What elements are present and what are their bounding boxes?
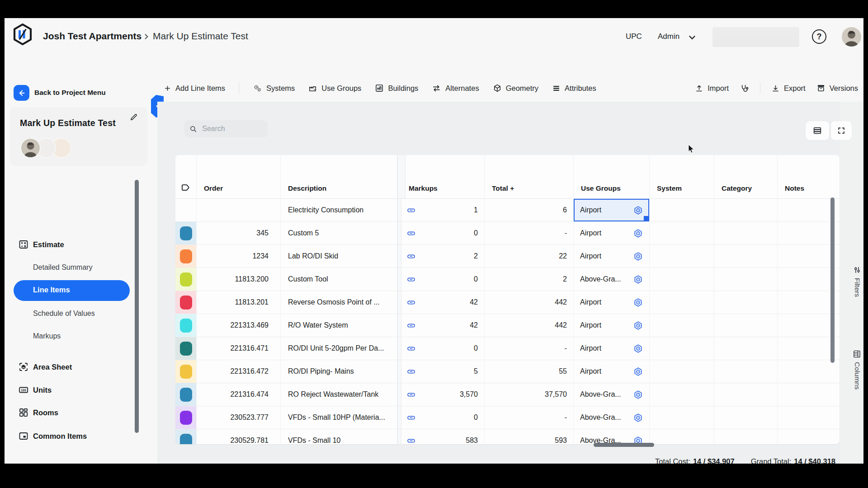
description-cell[interactable]: VFDs - Small 10 — [281, 429, 397, 444]
order-cell[interactable]: 221316.474 — [197, 383, 281, 406]
system-cell[interactable] — [650, 245, 714, 267]
markups-cell[interactable]: 1 — [401, 199, 485, 221]
description-cell[interactable]: RO/DI Unit 5-20gpm Per Da... — [281, 337, 397, 360]
total-cell[interactable]: - — [485, 222, 574, 244]
search-input[interactable] — [201, 124, 255, 133]
markups-cell[interactable]: 0 — [401, 406, 485, 429]
sidebar-item-schedule-of-values[interactable]: Schedule of Values — [5, 306, 153, 321]
breadcrumb-project[interactable]: Josh Test Apartments — [43, 31, 142, 42]
edit-pencil-icon[interactable] — [129, 113, 138, 122]
markups-cell[interactable]: 3,570 — [401, 383, 485, 406]
system-cell[interactable] — [650, 429, 714, 444]
total-cell[interactable]: 55 — [485, 360, 574, 383]
markups-cell[interactable]: 2 — [401, 245, 485, 267]
link-icon[interactable] — [407, 390, 415, 399]
total-cell[interactable]: - — [485, 406, 574, 429]
upc-button[interactable]: UPC — [626, 32, 642, 41]
markups-cell[interactable]: 583 — [401, 429, 485, 444]
selection-fill-handle[interactable] — [644, 216, 649, 221]
total-cell[interactable]: 22 — [485, 245, 574, 267]
description-cell[interactable]: Custom 5 — [281, 222, 397, 244]
markups-cell[interactable]: 0 — [401, 222, 485, 244]
use-group-cell[interactable]: Above-Gra... — [574, 406, 650, 429]
order-cell[interactable]: 221316.472 — [197, 360, 281, 383]
description-cell[interactable]: R/O Water System — [281, 314, 397, 337]
system-cell[interactable] — [650, 268, 714, 291]
tab-filters[interactable]: Filters — [852, 265, 862, 297]
back-to-project-button[interactable] — [14, 85, 29, 101]
member-avatar[interactable] — [20, 138, 41, 158]
description-cell[interactable]: Lab RO/DI Skid — [281, 245, 397, 267]
column-header-system[interactable]: System — [650, 155, 714, 199]
table-row[interactable]: Electricity Consumption16Airport — [175, 199, 840, 222]
system-cell[interactable] — [650, 383, 714, 406]
total-cell[interactable]: 442 — [485, 314, 574, 337]
sidebar-item-markups[interactable]: Markups — [5, 328, 153, 344]
category-cell[interactable] — [714, 360, 778, 383]
markups-cell[interactable]: 42 — [401, 314, 485, 337]
notes-cell[interactable] — [778, 429, 840, 444]
color-chip[interactable] — [180, 296, 192, 310]
color-chip[interactable] — [180, 434, 192, 445]
use-group-gear-icon[interactable] — [633, 344, 643, 353]
order-cell[interactable]: 11813.200 — [197, 268, 281, 291]
color-swatch-cell[interactable] — [175, 222, 197, 244]
link-icon[interactable] — [407, 413, 415, 422]
use-group-gear-icon[interactable] — [633, 206, 643, 215]
use-group-cell[interactable]: Airport — [574, 337, 650, 360]
alternates-button[interactable]: Alternates — [432, 84, 479, 93]
color-swatch-cell[interactable] — [175, 360, 197, 383]
sidebar-item-common-items[interactable]: Common Items — [5, 428, 153, 444]
back-to-project-label[interactable]: Back to Project Menu — [34, 89, 106, 97]
order-cell[interactable]: 221313.469 — [197, 314, 281, 337]
total-cell[interactable]: 2 — [485, 268, 574, 291]
total-cell[interactable]: - — [485, 337, 574, 360]
table-row[interactable]: 1234Lab RO/DI Skid222Airport — [175, 245, 840, 268]
use-group-gear-icon[interactable] — [633, 367, 643, 376]
description-cell[interactable]: Reverse Osmosis Point of ... — [281, 291, 397, 314]
category-cell[interactable] — [714, 383, 778, 406]
notes-cell[interactable] — [778, 360, 840, 383]
color-chip[interactable] — [180, 319, 192, 333]
system-cell[interactable] — [650, 337, 714, 360]
color-swatch-cell[interactable] — [175, 291, 197, 314]
use-group-gear-icon[interactable] — [633, 321, 643, 330]
app-logo[interactable] — [13, 23, 33, 45]
integrations-button[interactable] — [740, 84, 749, 93]
category-cell[interactable] — [714, 429, 778, 444]
table-row[interactable]: 11813.201Reverse Osmosis Point of ...424… — [175, 291, 840, 314]
description-cell[interactable]: RO Reject Wastewater/Tank — [281, 383, 397, 406]
use-group-cell[interactable]: Above-Gra... — [574, 429, 650, 444]
buildings-button[interactable]: Buildings — [375, 84, 418, 93]
color-chip[interactable] — [180, 342, 192, 356]
table-row[interactable]: 221316.471RO/DI Unit 5-20gpm Per Da...0-… — [175, 337, 840, 360]
fullscreen-button[interactable] — [831, 121, 852, 140]
system-cell[interactable] — [650, 314, 714, 337]
column-header-order[interactable]: Order — [197, 155, 281, 199]
sidebar-item-area-sheet[interactable]: Area Sheet — [5, 359, 153, 375]
help-icon[interactable]: ? — [812, 29, 826, 44]
category-cell[interactable] — [714, 268, 778, 291]
use-group-cell[interactable]: Airport — [574, 291, 650, 314]
table-row[interactable]: 221313.469R/O Water System42442Airport — [175, 314, 840, 337]
category-cell[interactable] — [714, 314, 778, 337]
category-cell[interactable] — [714, 222, 778, 244]
sidebar-item-detailed-summary[interactable]: Detailed Summary — [5, 260, 153, 275]
use-group-gear-icon[interactable] — [633, 252, 643, 261]
versions-button[interactable]: Versions — [816, 84, 858, 93]
table-row[interactable]: 230529.781VFDs - Small 10583593Above-Gra… — [175, 429, 840, 444]
link-icon[interactable] — [407, 367, 415, 376]
sidebar-scrollbar[interactable] — [135, 180, 139, 433]
order-cell[interactable]: 221316.471 — [197, 337, 281, 360]
link-icon[interactable] — [407, 275, 415, 284]
order-cell[interactable]: 230529.781 — [197, 429, 281, 444]
color-swatch-cell[interactable] — [175, 199, 197, 221]
link-icon[interactable] — [407, 229, 415, 238]
order-cell[interactable]: 1234 — [197, 245, 281, 267]
total-cell[interactable]: 442 — [485, 291, 574, 314]
user-avatar[interactable] — [842, 27, 861, 47]
total-cell[interactable]: 37,570 — [485, 383, 574, 406]
sidebar-item-line-items-active[interactable]: Line Items — [14, 280, 130, 301]
use-group-cell[interactable]: Airport — [574, 222, 650, 244]
table-row[interactable]: 221316.474RO Reject Wastewater/Tank3,570… — [175, 383, 840, 406]
